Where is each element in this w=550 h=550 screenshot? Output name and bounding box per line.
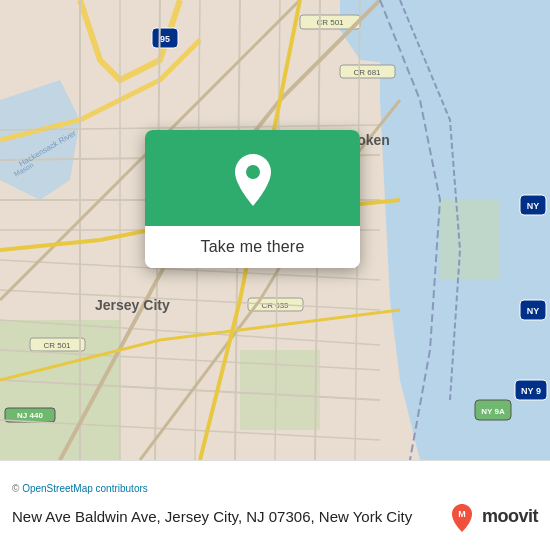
svg-rect-5 (440, 200, 500, 280)
osm-link[interactable]: OpenStreetMap contributors (22, 483, 148, 494)
osm-text: © (12, 483, 22, 494)
svg-text:NY: NY (527, 201, 540, 211)
svg-text:M: M (458, 509, 466, 519)
svg-text:Jersey City: Jersey City (95, 297, 170, 313)
osm-attribution: © OpenStreetMap contributors (12, 483, 538, 494)
svg-text:NY 9: NY 9 (521, 386, 541, 396)
svg-text:NY 9A: NY 9A (481, 407, 505, 416)
svg-text:CR 501: CR 501 (43, 341, 71, 350)
address-text: New Ave Baldwin Ave, Jersey City, NJ 073… (12, 508, 446, 525)
svg-text:CR 681: CR 681 (353, 68, 381, 77)
svg-point-49 (246, 165, 260, 179)
map-container: CR 501 CR 681 CR 639 CR 501 NJ 440 95 NY… (0, 0, 550, 460)
moovit-icon: M (446, 500, 478, 532)
svg-text:NJ 440: NJ 440 (17, 411, 43, 420)
card-header (145, 130, 360, 226)
svg-text:95: 95 (160, 34, 170, 44)
location-pin-icon (229, 152, 277, 208)
moovit-brand-text: moovit (482, 506, 538, 527)
svg-text:NY: NY (527, 306, 540, 316)
bottom-bar: © OpenStreetMap contributors New Ave Bal… (0, 460, 550, 550)
location-card: Take me there (145, 130, 360, 268)
address-row: New Ave Baldwin Ave, Jersey City, NJ 073… (12, 500, 538, 532)
svg-rect-4 (240, 350, 320, 430)
moovit-logo: M moovit (446, 500, 538, 532)
take-me-there-button[interactable]: Take me there (145, 226, 360, 268)
